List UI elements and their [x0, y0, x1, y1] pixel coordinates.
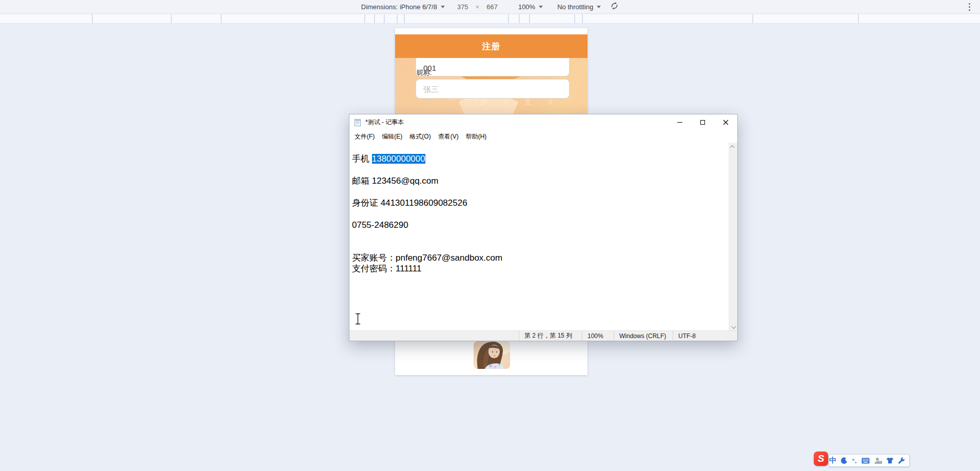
user-icon: 21	[874, 457, 882, 464]
devtools-more-menu-button[interactable]	[969, 3, 971, 11]
text-line: 0755-2486290	[352, 220, 727, 230]
media-query-segment[interactable]	[582, 14, 752, 23]
rotate-viewport-button[interactable]	[610, 2, 619, 12]
maximize-icon	[700, 120, 705, 125]
status-encoding: UTF-8	[673, 331, 737, 341]
media-query-ruler[interactable]	[0, 14, 980, 24]
status-cursor-position: 第 2 行，第 15 列	[519, 331, 582, 341]
media-query-segment[interactable]	[374, 14, 384, 23]
text-line: 买家账号：pnfeng7667@sandbox.com	[352, 252, 727, 263]
media-query-segment[interactable]	[384, 14, 397, 23]
status-zoom-level: 100%	[582, 331, 614, 341]
page-title: 注册	[482, 41, 501, 52]
ime-skin-button[interactable]	[886, 457, 894, 465]
portrait-image	[474, 341, 510, 369]
punctuation-mode-button[interactable]: °,	[852, 457, 857, 465]
media-query-segment[interactable]	[404, 14, 508, 23]
ibeam-icon	[355, 312, 361, 325]
media-query-segment[interactable]	[858, 14, 980, 23]
media-query-segment[interactable]	[92, 14, 171, 23]
chevron-down-icon	[731, 324, 736, 329]
text-line	[352, 242, 727, 252]
text-line: 身份证 441301198609082526	[352, 198, 727, 208]
window-title: *测试 - 记事本	[365, 118, 404, 127]
menu-help[interactable]: 帮助(H)	[462, 130, 491, 143]
chevron-down-icon	[539, 6, 543, 8]
maximize-button[interactable]	[691, 114, 714, 130]
notepad-titlebar[interactable]: *测试 - 记事本	[349, 114, 737, 130]
status-spacer	[349, 331, 519, 341]
viewport-height-field[interactable]: 667	[486, 3, 498, 11]
minimize-button[interactable]	[668, 114, 691, 130]
menu-edit[interactable]: 编辑(E)	[378, 130, 406, 143]
throttling-select[interactable]: No throttling	[557, 3, 601, 11]
menu-view[interactable]: 查看(V)	[435, 130, 462, 143]
media-query-segment[interactable]	[529, 14, 574, 23]
moon-icon	[840, 457, 848, 464]
dimension-multiply-sign: ×	[476, 3, 480, 11]
notepad-statusbar: 第 2 行，第 15 列 100% Windows (CRLF) UTF-8	[349, 330, 737, 341]
chevron-down-icon	[441, 6, 445, 8]
zoom-select[interactable]: 100%	[518, 3, 543, 11]
nickname-label: 昵称:	[417, 68, 432, 77]
fullwidth-moon-button[interactable]	[840, 457, 848, 465]
viewport-width-field[interactable]: 375	[457, 3, 468, 11]
scroll-up-button[interactable]	[729, 143, 737, 151]
media-query-segment[interactable]	[397, 14, 404, 23]
text-line	[352, 208, 727, 219]
notepad-app-icon	[354, 119, 362, 127]
close-button[interactable]	[714, 114, 737, 130]
media-query-segment[interactable]	[752, 14, 858, 23]
id-input[interactable]	[416, 58, 570, 76]
wrench-icon	[898, 457, 905, 464]
text-line	[352, 187, 727, 198]
device-select-label: Dimensions: iPhone 6/7/8	[361, 3, 437, 11]
notepad-window: *测试 - 记事本 文件(F) 编辑(E) 格式(O) 查看(V) 帮助(H) …	[349, 114, 738, 341]
device-select[interactable]: Dimensions: iPhone 6/7/8	[361, 3, 445, 11]
chevron-down-icon	[597, 6, 601, 8]
media-query-segment[interactable]	[574, 14, 582, 23]
chevron-up-icon	[730, 145, 735, 150]
text-line: 邮箱 123456@qq.com	[352, 175, 727, 186]
media-query-segment[interactable]	[519, 14, 529, 23]
text-line: 手机 13800000000	[352, 153, 727, 164]
notepad-text-area[interactable]: 手机 13800000000 邮箱 123456@qq.com 身份证 4413…	[350, 143, 729, 331]
throttling-select-value: No throttling	[557, 3, 593, 11]
tshirt-icon	[886, 457, 894, 464]
zoom-select-value: 100%	[518, 3, 535, 11]
ime-toolbox-button[interactable]	[898, 457, 905, 465]
media-query-segment[interactable]	[221, 14, 364, 23]
text-line	[352, 230, 727, 241]
avatar-photo	[474, 341, 510, 369]
ime-profile-button[interactable]: 21	[874, 457, 882, 465]
media-query-segment[interactable]	[364, 14, 374, 23]
svg-text:21: 21	[878, 461, 881, 464]
page-header: 注册	[395, 34, 587, 58]
keyboard-icon	[861, 458, 870, 464]
media-query-segment[interactable]	[508, 14, 519, 23]
close-icon	[723, 120, 729, 125]
text-line	[352, 143, 727, 153]
text-cursor-pointer	[355, 312, 361, 327]
text-phone-label: 手机	[352, 154, 372, 164]
minimize-icon	[677, 122, 682, 123]
devtools-device-toolbar: Dimensions: iPhone 6/7/8 375 × 667 100% …	[0, 0, 980, 14]
rotate-icon	[610, 2, 619, 10]
text-line	[352, 165, 727, 175]
menu-format[interactable]: 格式(O)	[406, 130, 434, 143]
sogou-logo-button[interactable]: S	[814, 452, 828, 466]
media-query-segment[interactable]	[0, 14, 92, 23]
ime-chinese-mode-button[interactable]: 中	[829, 457, 836, 465]
notepad-menubar: 文件(F) 编辑(E) 格式(O) 查看(V) 帮助(H)	[349, 130, 737, 143]
soft-keyboard-button[interactable]	[861, 457, 870, 465]
selected-text: 13800000000	[372, 154, 425, 164]
status-line-ending: Windows (CRLF)	[614, 331, 673, 341]
media-query-segment[interactable]	[171, 14, 221, 23]
text-line: 支付密码：111111	[352, 263, 727, 274]
vertical-scrollbar[interactable]	[729, 143, 737, 331]
menu-file[interactable]: 文件(F)	[351, 130, 378, 143]
nickname-input[interactable]	[416, 79, 570, 99]
ime-toolbar: S 中 °, 21	[829, 454, 910, 467]
